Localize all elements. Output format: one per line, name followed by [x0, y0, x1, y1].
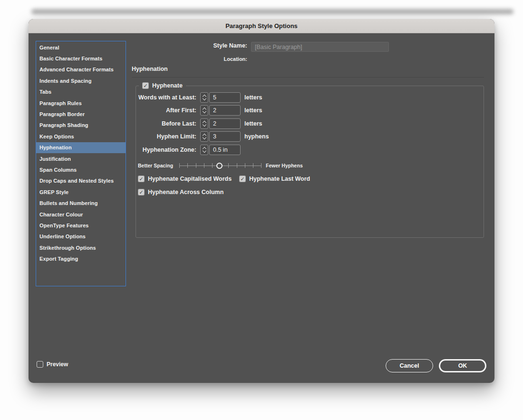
location-label: Location: — [190, 56, 247, 62]
sidebar-item-paragraph-shading[interactable]: Paragraph Shading — [36, 120, 126, 131]
field-input[interactable] — [209, 92, 241, 103]
cancel-button[interactable]: Cancel — [386, 359, 433, 372]
sidebar-item-export-tagging[interactable]: Export Tagging — [36, 253, 126, 264]
hyphenate-last-word-option[interactable]: ✓ Hyphenate Last Word — [239, 174, 310, 184]
field-suffix: letters — [244, 120, 262, 127]
hyphenation-group: ✓ Hyphenate Words with at Least: letters… — [136, 86, 484, 238]
sidebar-item-paragraph-border[interactable]: Paragraph Border — [36, 108, 126, 119]
stepper[interactable] — [200, 145, 208, 155]
field-input[interactable] — [209, 118, 241, 129]
sidebar-item-justification[interactable]: Justification — [36, 153, 126, 164]
sidebar-item-label: Underline Options — [39, 234, 86, 239]
hyphenate-label: Hyphenate — [152, 82, 183, 89]
field-row: Hyphen Limit: hyphens — [136, 131, 484, 142]
sidebar-item-basic-character-formats[interactable]: Basic Character Formats — [36, 53, 126, 64]
field-label: After First: — [136, 107, 196, 114]
sidebar-item-label: Strikethrough Options — [39, 245, 96, 251]
sidebar-item-opentype-features[interactable]: OpenType Features — [36, 220, 126, 231]
sidebar-item-keep-options[interactable]: Keep Options — [36, 131, 126, 142]
stepper[interactable] — [200, 105, 208, 116]
field-input[interactable] — [209, 131, 241, 142]
sidebar-item-label: OpenType Features — [39, 223, 89, 228]
sidebar-item-label: Span Columns — [39, 167, 77, 173]
sidebar-item-advanced-character-formats[interactable]: Advanced Character Formats — [36, 64, 126, 75]
sidebar-item-hyphenation[interactable]: Hyphenation — [36, 142, 126, 153]
stepper[interactable] — [200, 92, 208, 103]
sidebar-item-label: Export Tagging — [39, 256, 78, 262]
sidebar-item-label: Indents and Spacing — [39, 78, 91, 84]
preview-option[interactable]: Preview — [37, 358, 68, 371]
hyphenate-across-column-option[interactable]: ✓ Hyphenate Across Column — [138, 187, 223, 197]
sidebar-item-label: Hyphenation — [39, 145, 72, 150]
style-options-sidebar: General Basic Character Formats Advanced… — [36, 41, 126, 286]
hyphenate-checkbox[interactable]: ✓ — [142, 82, 149, 89]
field-label: Hyphenation Zone: — [136, 147, 196, 153]
sidebar-item-grep-style[interactable]: GREP Style — [36, 186, 126, 197]
field-label: Hyphen Limit: — [136, 133, 196, 140]
checkbox-check-icon: ✓ — [143, 83, 147, 88]
preview-checkbox[interactable] — [37, 361, 43, 368]
hyphenation-slider[interactable] — [179, 161, 261, 170]
panel-separator — [132, 77, 484, 78]
field-suffix: hyphens — [244, 133, 269, 140]
sidebar-item-drop-caps-and-nested-styles[interactable]: Drop Caps and Nested Styles — [36, 176, 126, 186]
style-name-label: Style Name: — [190, 42, 247, 49]
sidebar-item-tabs[interactable]: Tabs — [36, 87, 126, 98]
sidebar-item-general[interactable]: General — [36, 42, 126, 53]
field-label: Before Last: — [136, 120, 196, 127]
field-suffix: letters — [244, 107, 262, 114]
sidebar-item-label: Paragraph Shading — [39, 122, 88, 128]
sidebar-item-span-columns[interactable]: Span Columns — [36, 164, 126, 175]
hyphenate-toggle[interactable]: ✓ Hyphenate — [139, 81, 186, 90]
style-name-input[interactable] — [251, 42, 389, 52]
stepper[interactable] — [200, 118, 208, 129]
sidebar-item-label: Basic Character Formats — [39, 56, 103, 61]
sidebar-item-label: Paragraph Border — [39, 111, 85, 117]
sidebar-item-label: Paragraph Rules — [39, 100, 82, 106]
field-row: Words with at Least: letters — [136, 92, 484, 103]
checkbox-check-icon: ✓ — [139, 176, 143, 182]
hyphenate-capitalised-words-option[interactable]: ✓ Hyphenate Capitalised Words — [138, 174, 232, 184]
sidebar-item-underline-options[interactable]: Underline Options — [36, 231, 126, 242]
sidebar-item-label: Justification — [39, 156, 71, 162]
preview-label: Preview — [47, 361, 68, 368]
field-input[interactable] — [209, 105, 241, 116]
sidebar-item-label: Keep Options — [39, 134, 74, 139]
sidebar-item-bullets-and-numbering[interactable]: Bullets and Numbering — [36, 197, 126, 208]
slider-left-label: Better Spacing — [138, 163, 173, 168]
field-row: Hyphenation Zone: — [136, 145, 484, 155]
field-input[interactable] — [209, 145, 241, 155]
background-window-edge — [31, 9, 513, 14]
sidebar-item-label: Drop Caps and Nested Styles — [39, 178, 114, 184]
field-suffix: letters — [244, 94, 262, 101]
checkbox-check-icon: ✓ — [240, 176, 244, 182]
sidebar-item-label: General — [39, 45, 59, 50]
dialog-titlebar[interactable]: Paragraph Style Options — [29, 19, 494, 33]
hyphenation-slider-row: Better Spacing Fewer Hyphens — [136, 160, 484, 171]
ok-button[interactable]: OK — [439, 359, 486, 372]
paragraph-style-options-dialog: Paragraph Style Options General Basic Ch… — [29, 19, 494, 383]
sidebar-item-character-colour[interactable]: Character Colour — [36, 209, 126, 220]
sidebar-item-paragraph-rules[interactable]: Paragraph Rules — [36, 98, 126, 108]
checkbox-check-icon: ✓ — [139, 190, 143, 195]
panel-title: Hyphenation — [132, 66, 168, 72]
sidebar-item-label: GREP Style — [39, 189, 68, 195]
sidebar-item-label: Character Colour — [39, 212, 83, 217]
hyphenate-last-word-label: Hyphenate Last Word — [249, 176, 310, 182]
hyphenate-across-column-checkbox[interactable]: ✓ — [138, 189, 145, 195]
field-label: Words with at Least: — [136, 94, 196, 101]
stepper[interactable] — [200, 131, 208, 142]
hyphenate-across-column-label: Hyphenate Across Column — [148, 189, 223, 195]
dialog-title: Paragraph Style Options — [225, 22, 298, 29]
sidebar-item-label: Advanced Character Formats — [39, 67, 114, 72]
sidebar-item-label: Bullets and Numbering — [39, 200, 98, 206]
hyphenate-last-word-checkbox[interactable]: ✓ — [239, 176, 246, 182]
field-row: After First: letters — [136, 105, 484, 116]
sidebar-item-indents-and-spacing[interactable]: Indents and Spacing — [36, 75, 126, 86]
slider-knob[interactable] — [216, 163, 223, 169]
sidebar-item-strikethrough-options[interactable]: Strikethrough Options — [36, 242, 126, 253]
slider-right-label: Fewer Hyphens — [266, 163, 303, 168]
hyphenate-capitalised-words-label: Hyphenate Capitalised Words — [148, 176, 232, 182]
sidebar-item-label: Tabs — [39, 89, 51, 95]
hyphenate-capitalised-words-checkbox[interactable]: ✓ — [138, 176, 145, 182]
